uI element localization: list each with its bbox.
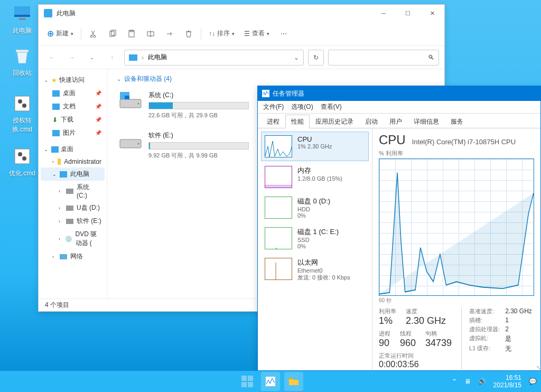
desktop-icon-cmd2[interactable]: 优化.cmd [6,146,38,178]
taskbar-taskmgr[interactable] [261,372,280,391]
tab-services[interactable]: 服务 [445,115,469,128]
recent-dropdown[interactable]: ⌄ [84,50,100,66]
svg-rect-3 [16,50,29,52]
svg-rect-29 [248,376,253,381]
explorer-titlebar[interactable]: 此电脑 ─ ☐ ✕ [39,5,444,22]
tray-chevron[interactable]: ⌃ [452,378,457,385]
address-bar-row: ← → ⌄ ↑ › 此电脑 ⌄ ↻ 🔍︎ [39,46,444,69]
tray-notifications[interactable]: 💬 [529,378,537,385]
sidebar-quick-access[interactable]: ⌄★快速访问 [41,73,105,87]
sidebar-item-drive-d[interactable]: ›U盘 (D:) [41,201,105,214]
svg-rect-33 [289,378,293,379]
pc-icon [44,9,52,17]
svg-rect-20 [120,92,125,96]
more-button[interactable]: ⋯ [275,25,293,43]
new-button[interactable]: ⊕新建▾ [43,25,78,43]
taskmgr-sidebar: CPU1% 2.30 GHz 内存1.2/8.0 GB (15%) 磁盘 0 (… [258,128,372,370]
address-bar[interactable]: › 此电脑 ⌄ [124,50,304,66]
tab-history[interactable]: 应用历史记录 [310,115,359,128]
sidebar-item-pictures[interactable]: 图片📌 [41,126,105,139]
tab-processes[interactable]: 进程 [261,115,285,128]
svg-rect-4 [15,96,30,111]
svg-rect-28 [241,376,247,381]
svg-point-6 [22,104,26,108]
desktop-icon-thispc[interactable]: 此电脑 [6,3,38,35]
svg-point-25 [138,143,139,145]
taskmgr-titlebar[interactable]: 任务管理器 [258,86,540,101]
up-button[interactable]: ↑ [104,50,120,66]
perf-card-disk0[interactable]: 磁盘 0 (D:)HDD0% [261,193,369,222]
sort-button[interactable]: ↑↓排序▾ [204,25,239,43]
close-button[interactable]: ✕ [420,5,444,22]
drive-usage-bar [148,142,249,150]
refresh-button[interactable]: ↻ [308,50,324,66]
tray-volume-icon[interactable]: 🔊 [478,378,486,385]
sidebar-item-drive-c[interactable]: ›系统 (C:) [41,181,105,201]
explorer-sidebar: ⌄★快速访问 桌面📌 文档📌 ⬇下载📌 图片📌 ⌄桌面 ›Administrat… [39,69,107,298]
tab-performance[interactable]: 性能 [285,115,310,128]
svg-point-23 [138,103,139,105]
svg-rect-30 [241,382,247,387]
menu-options[interactable]: 选项(O) [291,102,313,111]
sidebar-item-desktop[interactable]: 桌面📌 [41,87,105,100]
svg-rect-26 [265,185,292,188]
taskmgr-icon [262,90,269,97]
delete-button[interactable] [180,25,198,43]
perf-card-memory[interactable]: 内存1.2/8.0 GB (15%) [261,162,369,192]
menu-file[interactable]: 文件(F) [263,102,284,111]
breadcrumb[interactable]: 此电脑 [148,53,167,62]
svg-rect-1 [14,15,30,17]
back-button[interactable]: ← [44,50,60,66]
sidebar-item-drive-e[interactable]: ›软件 (E:) [41,214,105,228]
cpu-graph [379,158,534,296]
taskbar: ⌃ 🖥 🔊 16:512021/8/15 💬 [0,371,541,392]
tab-users[interactable]: 用户 [384,115,408,128]
taskmgr-tabs: 进程 性能 应用历史记录 启动 用户 详细信息 服务 [258,114,540,128]
minimize-button[interactable]: ─ [371,5,396,22]
drive-usage-bar [148,102,249,109]
svg-point-5 [18,99,22,104]
maximize-button[interactable]: ☐ [396,5,420,22]
copy-button[interactable] [104,25,122,43]
svg-point-8 [18,152,22,156]
sidebar-item-network[interactable]: ›网络 [41,250,105,263]
forward-button[interactable]: → [64,50,80,66]
desktop-icon-cmd1[interactable]: 授权转换.cmd [6,93,38,134]
view-button[interactable]: ☰查看▾ [240,25,274,43]
explorer-toolbar: ⊕新建▾ ↑↓排序▾ ☰查看▾ ⋯ [39,22,444,46]
tab-startup[interactable]: 启动 [359,115,384,128]
sidebar-desktop[interactable]: ⌄桌面 [41,143,105,156]
sidebar-item-documents[interactable]: 文档📌 [41,100,105,113]
menu-view[interactable]: 查看(V) [321,102,342,111]
paste-button[interactable] [123,25,141,43]
share-button[interactable] [161,25,179,43]
tray-clock[interactable]: 16:512021/8/15 [493,374,521,389]
sidebar-item-dvd[interactable]: ›💿DVD 驱动器 ( [41,228,105,250]
perf-card-cpu[interactable]: CPU1% 2.30 GHz [261,132,369,161]
svg-point-9 [22,156,26,161]
section-header[interactable]: ⌄设备和驱动器 (4) [117,74,435,83]
tray-network-icon[interactable]: 🖥 [464,378,471,385]
taskmgr-detail: CPUIntel(R) Core(TM) i7-10875H CPU % 利用率… [372,128,540,370]
cpu-title: CPU [379,133,406,147]
taskbar-explorer[interactable] [284,372,303,391]
window-title: 此电脑 [57,9,371,18]
svg-rect-7 [15,149,30,164]
sidebar-item-downloads[interactable]: ⬇下载📌 [41,113,105,126]
cpu-model: Intel(R) Core(TM) i7-10875H CPU [412,138,516,146]
cut-button[interactable] [85,25,102,43]
sidebar-item-admin[interactable]: ›Administrator [41,156,105,167]
sidebar-item-thispc[interactable]: ⌄此电脑 [41,167,105,181]
rename-button[interactable] [142,25,160,43]
system-tray: ⌃ 🖥 🔊 16:512021/8/15 💬 [452,374,537,389]
search-input[interactable]: 🔍︎ [328,50,439,66]
perf-card-disk1[interactable]: 磁盘 1 (C: E:)SSD0% [261,223,369,253]
start-button[interactable] [238,372,257,391]
search-icon: 🔍︎ [428,54,434,61]
resize-handle[interactable]: ⤡ [536,365,540,370]
pc-icon [129,54,137,61]
tab-details[interactable]: 详细信息 [408,115,445,128]
address-dropdown[interactable]: ⌄ [294,54,299,61]
desktop-icon-recycle[interactable]: 回收站 [6,45,38,78]
perf-card-ethernet[interactable]: 以太网Ethernet0发送: 0 接收: 0 Kbps [261,254,369,285]
